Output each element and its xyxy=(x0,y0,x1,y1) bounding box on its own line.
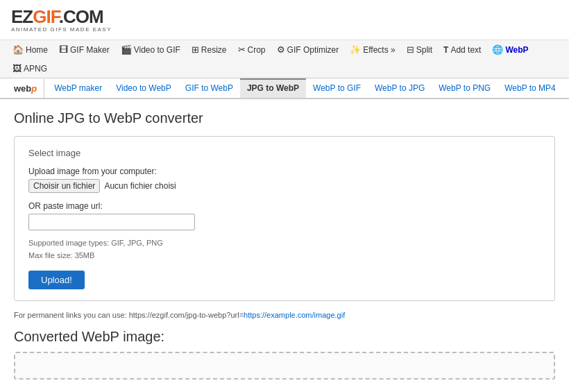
home-icon: 🏠 xyxy=(12,44,24,55)
sub-nav-gif-to-webp[interactable]: GIF to WebP xyxy=(178,78,240,98)
sub-nav-jpg-to-webp[interactable]: JPG to WebP xyxy=(240,78,306,98)
or-paste-label: OR paste image url: xyxy=(28,201,541,211)
logo-tagline: ANIMATED GIFS MADE EASY xyxy=(11,27,112,33)
main-content: Online JPG to WebP converter Select imag… xyxy=(0,99,569,390)
choose-file-button[interactable]: Choisir un fichier xyxy=(28,179,100,193)
sub-nav-brand: webp xyxy=(7,79,44,98)
sub-nav-webp-to-jpg[interactable]: WebP to JPG xyxy=(368,78,432,98)
resize-icon: ⊞ xyxy=(192,44,199,55)
upload-row: Upload image from your computer: Choisir… xyxy=(28,167,541,193)
apng-icon: 🖼 xyxy=(12,63,22,74)
nav-webp[interactable]: 🌐 WebP xyxy=(486,40,534,59)
supported-types-text: Supported image types: GIF, JPG, PNG Max… xyxy=(28,237,541,262)
sub-nav-webp-maker[interactable]: WebP maker xyxy=(47,78,109,98)
sub-nav-webp-to-mp4[interactable]: WebP to MP4 xyxy=(498,78,563,98)
file-input-row: Choisir un fichier Aucun fichier choisi xyxy=(28,179,541,193)
converted-image-box xyxy=(14,352,555,380)
sub-nav-video-to-webp[interactable]: Video to WebP xyxy=(109,78,178,98)
sub-nav-webp-to-gif[interactable]: WebP to GIF xyxy=(306,78,368,98)
nav-home[interactable]: 🏠 Home xyxy=(7,40,53,59)
nav-gif-maker[interactable]: 🎞 GIF Maker xyxy=(53,40,115,59)
logo: EZGIF.COM ANIMATED GIFS MADE EASY xyxy=(11,7,112,33)
nav-gif-optimizer[interactable]: ⚙ GIF Optimizer xyxy=(271,40,345,59)
converted-title: Converted WebP image: xyxy=(14,329,555,345)
nav-apng[interactable]: 🖼 APNG xyxy=(7,59,53,78)
sub-nav-brand-p: p xyxy=(31,83,37,94)
header: EZGIF.COM ANIMATED GIFS MADE EASY xyxy=(0,0,569,40)
split-icon: ⊟ xyxy=(407,44,414,55)
nav-split[interactable]: ⊟ Split xyxy=(401,40,438,59)
no-file-chosen-text: Aucun fichier choisi xyxy=(104,181,176,191)
logo-gif: GIF xyxy=(33,6,58,27)
logo-dot-com: .COM xyxy=(59,6,103,27)
perm-link-prefix: For permanent links you can use: https:/… xyxy=(14,311,244,319)
webp-icon: 🌐 xyxy=(492,44,503,55)
image-url-input[interactable] xyxy=(28,214,195,230)
sub-nav-webp-to-png[interactable]: WebP to PNG xyxy=(432,78,498,98)
upload-from-computer-label: Upload image from your computer: xyxy=(28,167,541,176)
select-image-box: Select image Upload image from your comp… xyxy=(14,136,555,300)
page-title: Online JPG to WebP converter xyxy=(14,110,555,126)
nav-resize[interactable]: ⊞ Resize xyxy=(186,40,232,59)
logo-text: EZGIF.COM xyxy=(11,7,112,27)
video-icon: 🎬 xyxy=(121,44,132,55)
nav-crop[interactable]: ✂ Crop xyxy=(232,40,271,59)
upload-button[interactable]: Upload! xyxy=(28,271,85,289)
select-image-label: Select image xyxy=(28,148,541,158)
permanent-link-text: For permanent links you can use: https:/… xyxy=(14,311,555,319)
effects-icon: ✨ xyxy=(350,44,361,55)
sub-nav-brand-web: web xyxy=(14,83,31,94)
crop-icon: ✂ xyxy=(238,44,246,55)
nav-add-text[interactable]: T Add text xyxy=(438,41,486,59)
sub-nav: webp WebP maker Video to WebP GIF to Web… xyxy=(0,78,569,99)
gif-maker-icon: 🎞 xyxy=(59,44,68,55)
main-nav: 🏠 Home 🎞 GIF Maker 🎬 Video to GIF ⊞ Resi… xyxy=(0,40,569,78)
nav-effects[interactable]: ✨ Effects » xyxy=(344,40,400,59)
perm-link-url[interactable]: https://example.com/image.gif xyxy=(244,311,345,319)
optimizer-icon: ⚙ xyxy=(277,44,285,55)
text-icon: T xyxy=(443,45,448,55)
nav-video-to-gif[interactable]: 🎬 Video to GIF xyxy=(115,40,186,59)
